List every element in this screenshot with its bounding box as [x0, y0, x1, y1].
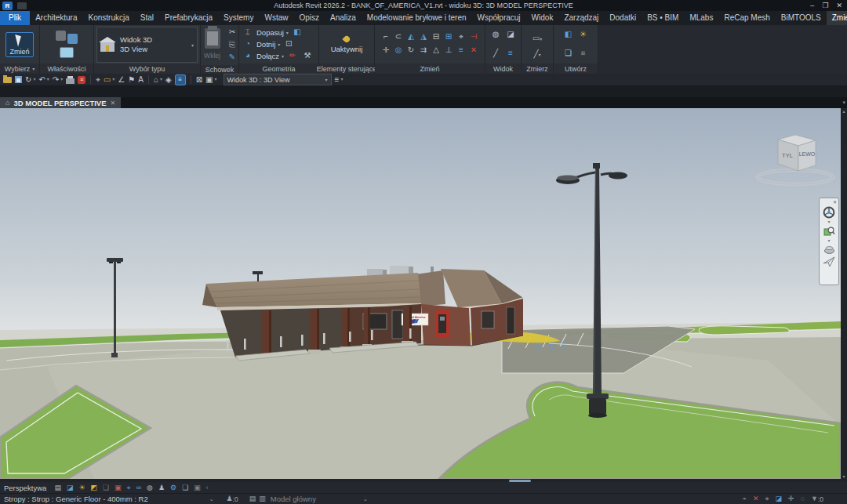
- cut-geometry-icon[interactable]: ◧: [291, 27, 304, 38]
- panel-geometry-label[interactable]: Geometria: [239, 63, 318, 74]
- properties-toggle-icon[interactable]: ≡: [175, 74, 186, 85]
- shadows-icon[interactable]: ◩: [91, 483, 98, 493]
- redo-icon[interactable]: ↷: [53, 74, 59, 85]
- paper-plane-icon[interactable]: [823, 256, 835, 267]
- ribbon-tab-dodatki[interactable]: Dodatki: [604, 11, 642, 25]
- vertical-scrollbar[interactable]: ▴ ▾: [841, 108, 847, 479]
- select-underlay-icon[interactable]: ✕: [753, 494, 759, 504]
- ribbon-tab-opisz[interactable]: Opisz: [293, 11, 325, 25]
- panel-modify-label[interactable]: Zmień: [375, 63, 485, 74]
- main-model-icon[interactable]: ▥: [259, 494, 266, 504]
- create-group-icon[interactable]: ☀: [577, 29, 590, 41]
- reveal-hidden-elements-icon[interactable]: ◍: [147, 483, 153, 493]
- view-scale-label[interactable]: Perspektywa: [4, 484, 46, 492]
- unpin-icon[interactable]: ⊣: [467, 31, 480, 43]
- sun-path-icon[interactable]: ☀: [78, 483, 85, 493]
- ribbon-tab-architektura[interactable]: Architektura: [30, 11, 82, 25]
- copy-to-clipboard-icon[interactable]: ⎘: [226, 39, 238, 51]
- ribbon-tab-plik[interactable]: Plik: [0, 11, 30, 25]
- ribbon-tab-analiza[interactable]: Analiza: [325, 11, 362, 25]
- zoom-icon[interactable]: [823, 226, 835, 237]
- panel-controls-label[interactable]: Elementy sterujące: [319, 63, 374, 74]
- worksharing-display-icon[interactable]: ♟: [158, 483, 165, 493]
- ribbon-tab-bs-bim[interactable]: BS • BIM: [642, 11, 684, 25]
- detail-level-icon[interactable]: ▤: [54, 483, 61, 493]
- mirror-pick-axis-icon[interactable]: ◭: [405, 31, 417, 43]
- ribbon-tab-widok[interactable]: Widok: [526, 11, 559, 25]
- join-geometry-icon[interactable]: ⊡: [282, 38, 295, 50]
- type-selector[interactable]: Widok 3D 3D View ▾: [96, 27, 198, 63]
- mirror-draw-axis-icon[interactable]: ◮: [417, 31, 430, 43]
- ribbon-tab-stal[interactable]: Stal: [135, 11, 159, 25]
- modify-tool-button[interactable]: Zmień: [5, 32, 33, 57]
- override-graphics-icon[interactable]: ≡: [504, 48, 517, 60]
- active-view-selector[interactable]: Widok 3D : 3D View ▾: [224, 74, 332, 85]
- drag-elements-icon[interactable]: ✛: [788, 494, 794, 504]
- select-pinned-icon[interactable]: ⌖: [765, 494, 769, 504]
- cope-button[interactable]: ⌶ Dopasuj ▾ ◧: [242, 27, 304, 38]
- panel-select-label[interactable]: Wybierz ▾: [0, 63, 39, 74]
- ribbon-tab-wstaw[interactable]: Wstaw: [259, 11, 293, 25]
- panel-measure-label[interactable]: Zmierz: [522, 63, 553, 74]
- measure-icon[interactable]: ▭: [104, 74, 111, 85]
- reveal-hidden-bulb-icon[interactable]: ◍: [489, 29, 502, 41]
- steering-wheel-icon[interactable]: [823, 206, 835, 219]
- copy-icon[interactable]: ◎: [392, 45, 405, 56]
- orbit-icon[interactable]: [823, 245, 835, 255]
- undo-icon[interactable]: ↶: [38, 74, 45, 85]
- wheel-menu-caret-icon[interactable]: ▾: [827, 220, 830, 224]
- ribbon-tab-zmien[interactable]: Zmień: [827, 11, 847, 25]
- measure-ruler-icon[interactable]: ▭: [533, 34, 540, 42]
- properties-palette-icon[interactable]: [56, 31, 78, 44]
- hide-box-icon[interactable]: ◪: [504, 29, 517, 41]
- create-similar-icon[interactable]: ◧: [562, 29, 575, 41]
- displace-elements-icon[interactable]: ❏: [182, 483, 188, 493]
- offset-icon[interactable]: ⊂: [392, 31, 405, 43]
- paint-icon[interactable]: ✏: [286, 50, 299, 62]
- close-button[interactable]: ✕: [836, 2, 842, 9]
- demolish-icon[interactable]: ⚒: [301, 50, 314, 62]
- ribbon-tab-zarzadzaj[interactable]: Zarządzaj: [558, 11, 604, 25]
- align-multi-icon[interactable]: ≡: [455, 45, 467, 56]
- cut-button[interactable]: ◔ Dotnij ▾ ⊡: [242, 38, 295, 50]
- panel-clipboard-label[interactable]: Schowek: [201, 65, 238, 74]
- ribbon-tab-konstrukcja[interactable]: Konstrukcja: [82, 11, 134, 25]
- move-icon[interactable]: ✛: [380, 45, 392, 56]
- transfer-standards-icon[interactable]: ≡: [78, 76, 85, 84]
- select-by-face-icon[interactable]: ◪: [776, 494, 783, 504]
- ribbon-tab-mlabs[interactable]: MLabs: [684, 11, 718, 25]
- array-icon[interactable]: ⇉: [417, 45, 430, 56]
- model-caret-icon[interactable]: ⌄: [363, 494, 368, 504]
- pin-icon[interactable]: ⌖: [455, 31, 467, 43]
- print-icon[interactable]: [66, 78, 75, 84]
- render-icon[interactable]: ◈: [165, 74, 172, 85]
- viewtab-scroll-icon[interactable]: ▾: [842, 100, 845, 106]
- ribbon-tab-bimtools[interactable]: BiMTOOLS: [776, 11, 827, 25]
- lock-3d-view-icon[interactable]: ⌖: [127, 483, 131, 493]
- text-icon[interactable]: A: [138, 74, 144, 85]
- filter-icon[interactable]: ▼: [811, 494, 818, 504]
- minimize-button[interactable]: –: [810, 2, 814, 9]
- modify-pin-icon[interactable]: ⌖: [96, 74, 100, 85]
- navigation-bar[interactable]: ✕ ▾ ▾: [819, 198, 839, 285]
- panel-type-label[interactable]: Wybór typu: [94, 64, 200, 74]
- create-assembly-icon[interactable]: ⌗: [577, 48, 590, 60]
- status-caret-icon[interactable]: ⌄: [209, 494, 214, 504]
- redo-caret-icon[interactable]: ▾: [60, 74, 63, 85]
- trim-corner-icon[interactable]: ⊥: [442, 45, 455, 56]
- rotate-icon[interactable]: ↻: [405, 45, 417, 56]
- ribbon-tab-recap-mesh[interactable]: ReCap Mesh: [718, 11, 775, 25]
- ribbon-tab-systemy[interactable]: Systemy: [218, 11, 259, 25]
- match-type-icon[interactable]: ✎: [226, 52, 238, 63]
- design-options-list-icon[interactable]: ▤: [249, 494, 256, 504]
- view-tab-3d-model-perspective[interactable]: ⌂ 3D MODEL PERSPECTIVE ✕: [0, 97, 121, 108]
- sync-icon[interactable]: ↻: [25, 74, 31, 85]
- open-file-icon[interactable]: [3, 77, 12, 83]
- panel-create-label[interactable]: Utwórz: [554, 63, 598, 74]
- delete-icon[interactable]: ✕: [467, 45, 480, 56]
- scroll-up-icon[interactable]: ▴: [842, 108, 845, 114]
- trim-extend-icon[interactable]: ⊞: [442, 31, 455, 43]
- active-model-label[interactable]: Model główny: [271, 495, 316, 503]
- temporary-hide-isolate-icon[interactable]: ∞: [136, 483, 141, 493]
- aligned-dimension-icon[interactable]: ∠: [118, 74, 125, 85]
